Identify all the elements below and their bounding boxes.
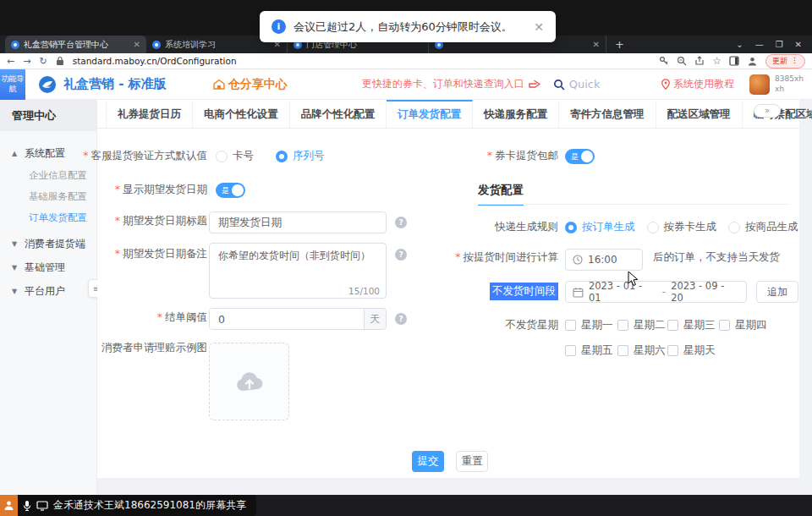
- user-menu[interactable]: 8385xh xh: [749, 74, 804, 95]
- tab-close-icon[interactable]: ✕: [593, 40, 600, 49]
- window-close-icon[interactable]: ✕: [795, 40, 802, 49]
- browser-tab-1[interactable]: 礼盒营销平台管理中心 ✕: [5, 36, 146, 53]
- mouse-cursor: [628, 271, 639, 287]
- screen-share-pill[interactable]: 金禾通技术王斌18662591081的屏幕共享: [0, 495, 256, 516]
- free-shipping-toggle[interactable]: 是: [565, 149, 595, 164]
- sidebar-group-basic-mgmt[interactable]: ▼ 基础管理: [0, 255, 96, 279]
- checkbox-friday[interactable]: [565, 345, 576, 356]
- window-minimize-icon[interactable]: —: [755, 40, 764, 49]
- expect-title-input-wrap: [209, 211, 387, 233]
- checkbox-sunday-label[interactable]: 星期天: [683, 343, 716, 358]
- window-menu-icon[interactable]: ⌄: [736, 40, 743, 49]
- sidebar-item-basic-service[interactable]: 基础服务配置: [0, 186, 96, 207]
- function-nav-button[interactable]: 功能导航: [0, 69, 25, 100]
- weekday-label-wrap: 不发货星期: [436, 318, 558, 332]
- radio-serial-number-label[interactable]: 序列号: [293, 149, 325, 163]
- close-threshold-input[interactable]: [210, 309, 364, 329]
- tab-ecom-personalize[interactable]: 电商个性化设置: [193, 100, 290, 128]
- date-range-input[interactable]: 2023 - 01 - 01 - 2023 - 09 - 20: [565, 281, 747, 303]
- note-label-wrap: 期望发货日期备注: [97, 247, 207, 261]
- window-controls: ⌄ — ❐ ✕: [729, 36, 809, 53]
- lock-icon: [56, 56, 64, 66]
- expect-date-title-input[interactable]: [209, 211, 387, 233]
- no-ship-period-label: 不发货时间段: [490, 283, 558, 300]
- submit-button[interactable]: 提交: [412, 451, 444, 472]
- bookmark-star-icon[interactable]: ☆: [712, 55, 721, 67]
- forward-icon[interactable]: →: [23, 56, 30, 67]
- tab-coupon-calendar[interactable]: 礼券提货日历: [106, 100, 193, 128]
- browser-update-button[interactable]: 更新⋮: [765, 54, 805, 69]
- quick-search[interactable]: Quick: [553, 78, 601, 91]
- checkbox-monday[interactable]: [565, 320, 576, 331]
- expect-title-help-wrap: ?: [395, 217, 407, 228]
- profile-icon[interactable]: [747, 56, 758, 67]
- screen-share-bar: 金禾通技术王斌18662591081的屏幕共享: [0, 495, 812, 516]
- tutorial-link[interactable]: 系统使用教程: [661, 77, 734, 91]
- tab-delivery-region[interactable]: 配送区域管理: [656, 100, 743, 128]
- show-expect-toggle-wrap: 是: [216, 183, 245, 198]
- radio-by-product[interactable]: [728, 222, 740, 233]
- reset-button[interactable]: 重置: [456, 451, 488, 472]
- share-icon[interactable]: [694, 56, 705, 66]
- checkbox-tuesday[interactable]: [617, 320, 628, 331]
- checkbox-saturday[interactable]: [617, 345, 628, 356]
- expect-date-note-label: 期望发货日期备注: [115, 247, 207, 261]
- back-icon[interactable]: ←: [7, 56, 14, 67]
- tabs-more-button[interactable]: »: [754, 104, 781, 118]
- checkbox-saturday-label[interactable]: 星期六: [634, 343, 667, 358]
- sidebar-group-platform-user[interactable]: ▼ 平台用户: [0, 279, 96, 303]
- tab-express-service[interactable]: 快递服务配置: [473, 100, 559, 128]
- reload-icon[interactable]: ↻: [39, 56, 47, 67]
- checkbox-thursday[interactable]: [719, 320, 730, 331]
- no-ship-weekday-label: 不发货星期: [506, 318, 559, 332]
- address-bar[interactable]: standard.maboy.cn/OrdConfiguration: [73, 56, 237, 66]
- verify-mode-label: 客服提货验证方式默认值: [83, 149, 207, 163]
- express-rule-options: 按订单生成 按券卡生成 按商品生成: [565, 220, 798, 234]
- tab-brand-personalize[interactable]: 品牌个性化配置: [290, 100, 387, 128]
- sidebar-group-system-config[interactable]: ▲ 系统配置: [0, 141, 96, 165]
- radio-by-product-label[interactable]: 按商品生成: [745, 220, 798, 234]
- pickup-calc-suffix: 后的订单，不支持当天发货: [653, 250, 780, 265]
- checkbox-tuesday-label[interactable]: 星期二: [634, 318, 667, 332]
- help-icon[interactable]: ?: [395, 217, 407, 228]
- express-rule-label: 快递生成规则: [495, 220, 558, 234]
- share-text: 金禾通技术王斌18662591081的屏幕共享: [53, 498, 246, 513]
- radio-by-order-label[interactable]: 按订单生成: [582, 220, 635, 234]
- checkbox-wednesday[interactable]: [667, 320, 678, 331]
- radio-by-coupon[interactable]: [647, 222, 659, 233]
- browser-tab-title: 系统培训学习: [165, 39, 270, 51]
- help-icon[interactable]: ?: [395, 313, 407, 325]
- tab-sender-info[interactable]: 寄件方信息管理: [559, 100, 656, 128]
- upload-dropzone[interactable]: [209, 343, 289, 420]
- section-divider: [478, 204, 789, 205]
- toast-close-icon[interactable]: ✕: [534, 20, 544, 34]
- tab-order-shipping[interactable]: 订单发货配置: [387, 100, 473, 128]
- app-header: 功能导航 礼盒营销 - 标准版 仓分享中心 更快捷的券卡、订单和快递查询入口 Q…: [0, 69, 812, 100]
- radio-by-order[interactable]: [565, 222, 577, 233]
- new-tab-button[interactable]: +: [606, 36, 633, 53]
- checkbox-monday-label[interactable]: 星期一: [581, 318, 617, 332]
- radio-by-coupon-label[interactable]: 按券卡生成: [664, 220, 717, 234]
- checkbox-friday-label[interactable]: 星期五: [581, 343, 617, 358]
- radio-serial-number[interactable]: [276, 151, 288, 162]
- checkbox-wednesday-label[interactable]: 星期三: [683, 318, 719, 332]
- radio-card-number-label[interactable]: 卡号: [233, 149, 254, 163]
- window-maximize-icon[interactable]: ❐: [776, 40, 783, 49]
- zoom-icon[interactable]: [677, 56, 687, 66]
- note-help-wrap: ?: [395, 249, 407, 261]
- pickup-time-input[interactable]: 16:00: [565, 249, 643, 271]
- checkbox-thursday-label[interactable]: 星期四: [735, 318, 767, 332]
- append-button[interactable]: 追加: [756, 281, 798, 303]
- warehouse-share-link[interactable]: 仓分享中心: [213, 77, 288, 92]
- sidebar-item-enterprise-info[interactable]: 企业信息配置: [0, 165, 96, 186]
- browser-panel-icon[interactable]: [729, 56, 739, 66]
- sidebar-item-order-shipping[interactable]: 订单发货配置: [0, 207, 96, 228]
- info-icon: i: [272, 19, 286, 34]
- show-expect-date-toggle[interactable]: 是: [216, 183, 245, 198]
- checkbox-sunday[interactable]: [667, 345, 678, 356]
- help-icon[interactable]: ?: [395, 249, 407, 261]
- sidebar-group-consumer[interactable]: ▼ 消费者提货端: [0, 232, 96, 255]
- key-icon[interactable]: [659, 56, 669, 66]
- tab-close-icon[interactable]: ✕: [134, 40, 140, 49]
- radio-card-number[interactable]: [216, 151, 228, 162]
